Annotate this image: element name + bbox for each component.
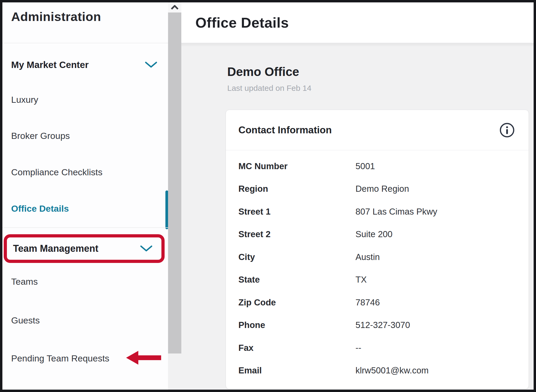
field-label: Street 1 (226, 207, 355, 217)
card-title: Contact Information (238, 125, 332, 136)
sidebar-item-compliance-checklists[interactable]: Compliance Checklists (11, 165, 102, 179)
field-value: Suite 200 (355, 229, 392, 239)
field-value: Austin (355, 252, 380, 262)
sidebar-item-pending-team-requests[interactable]: Pending Team Requests (11, 352, 109, 365)
sidebar-item-teams[interactable]: Teams (11, 275, 38, 288)
field-label: Zip Code (226, 297, 355, 308)
sidebar-divider (2, 43, 168, 43)
field-label: State (226, 275, 355, 285)
contact-information-card: Contact Information MC Number 5001 (226, 110, 529, 389)
info-icon[interactable] (499, 122, 515, 138)
annotation-arrow-icon (126, 351, 162, 365)
field-row-region: Region Demo Region (226, 178, 529, 201)
field-value: -- (355, 343, 361, 353)
sidebar-group-team-management[interactable]: Team Management (2, 236, 168, 261)
chevron-up-icon (171, 5, 179, 10)
field-value: 512-327-3070 (355, 320, 410, 330)
scrollbar-thumb[interactable] (168, 12, 181, 353)
field-row-city: City Austin (226, 246, 529, 269)
field-row-zip-code: Zip Code 78746 (226, 291, 529, 314)
app-body: Administration My Market Center Luxury B… (2, 2, 534, 390)
field-value: TX (355, 275, 367, 285)
contact-fields-list: MC Number 5001 Region Demo Region Street… (226, 150, 529, 382)
app-window: Administration My Market Center Luxury B… (0, 0, 536, 392)
field-value: Demo Region (355, 184, 409, 194)
page-content: Demo Office Last updated on Feb 14 Conta… (181, 43, 536, 390)
sidebar-divider (2, 227, 168, 228)
field-label: Email (226, 365, 355, 376)
vertical-scrollbar[interactable] (168, 2, 181, 390)
office-name-heading: Demo Office (227, 65, 299, 79)
sidebar-item-broker-groups[interactable]: Broker Groups (11, 129, 70, 142)
field-label: Region (226, 184, 355, 194)
chevron-down-icon (140, 245, 153, 252)
field-value: 5001 (355, 161, 375, 171)
field-row-mc-number: MC Number 5001 (226, 155, 529, 178)
field-label: Phone (226, 320, 355, 330)
field-row-street-1: Street 1 807 Las Cimas Pkwy (226, 200, 529, 223)
sidebar-group-label: Team Management (13, 243, 98, 254)
field-label: City (226, 252, 355, 262)
sidebar-group-my-market-center[interactable]: My Market Center (2, 57, 168, 73)
field-row-street-2: Street 2 Suite 200 (226, 223, 529, 246)
field-value: 807 Las Cimas Pkwy (355, 207, 437, 217)
field-value: 78746 (355, 297, 380, 308)
last-updated-text: Last updated on Feb 14 (227, 84, 311, 93)
field-value: klrw5001@kw.com (355, 365, 429, 376)
sidebar-item-guests[interactable]: Guests (11, 314, 40, 327)
field-row-phone: Phone 512-327-3070 (226, 314, 529, 337)
scroll-up-button[interactable] (168, 2, 181, 12)
card-header: Contact Information (226, 110, 529, 150)
field-row-email: Email klrw5001@kw.com (226, 359, 529, 382)
sidebar-title: Administration (11, 9, 101, 24)
field-label: Street 2 (226, 229, 355, 239)
sidebar-item-office-details-active[interactable]: Office Details (11, 202, 69, 215)
chevron-down-icon (145, 61, 157, 68)
field-label: MC Number (226, 161, 355, 171)
field-row-state: State TX (226, 269, 529, 291)
administration-sidebar: Administration My Market Center Luxury B… (2, 2, 168, 390)
sidebar-item-luxury[interactable]: Luxury (11, 93, 38, 106)
page-title: Office Details (195, 14, 289, 31)
field-row-fax: Fax -- (226, 336, 529, 359)
main-panel: Office Details Demo Office Last updated … (181, 2, 536, 390)
sidebar-group-label: My Market Center (11, 59, 89, 70)
field-label: Fax (226, 343, 355, 353)
page-header: Office Details (181, 2, 536, 43)
